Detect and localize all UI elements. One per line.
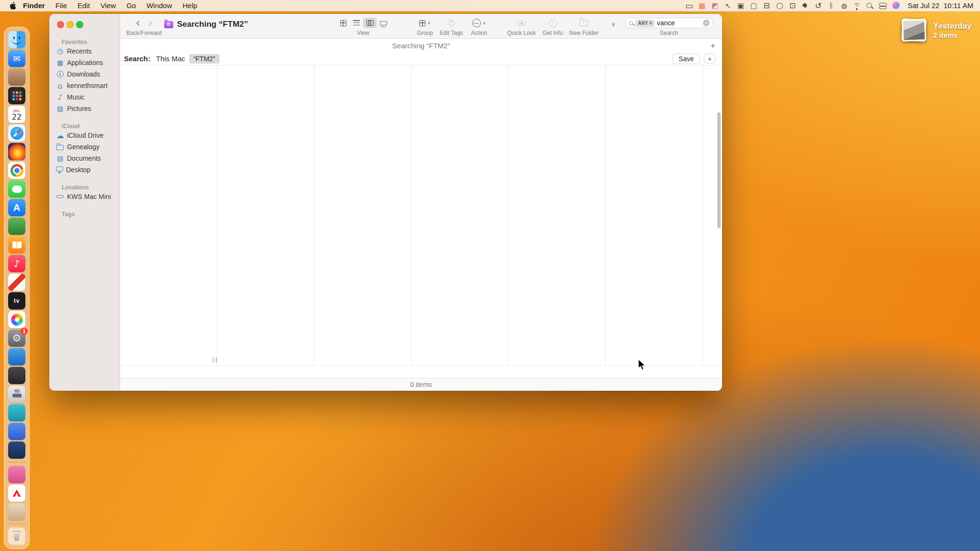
sidebar-item-applications[interactable]: Applications [53, 57, 116, 68]
display-3-status-icon[interactable] [788, 0, 798, 11]
input-source-icon[interactable] [839, 0, 849, 11]
get-info-button[interactable]: Get Info [539, 17, 566, 36]
new-folder-icon [579, 20, 588, 26]
dock-photos[interactable] [8, 311, 25, 328]
dock-app-store[interactable] [8, 199, 25, 216]
app-color-status-icon[interactable] [710, 0, 720, 11]
menu-bar-clock[interactable]: Sat Jul 22 10:11 AM [908, 1, 973, 10]
toolbar-overflow-button[interactable]: ∨ [611, 21, 616, 28]
view-as-icons-button[interactable] [336, 18, 350, 28]
dock-acrobat[interactable] [8, 485, 25, 502]
menu-view[interactable]: View [95, 1, 121, 10]
dock-books[interactable] [8, 236, 25, 253]
sidebar-item-downloads[interactable]: Downloads [53, 68, 116, 80]
menu-help[interactable]: Help [178, 1, 203, 10]
clear-search-button[interactable] [703, 20, 710, 26]
dock-app-blue[interactable] [8, 348, 25, 365]
siri-icon[interactable] [891, 0, 901, 11]
search-scope-dropdown[interactable]: ANY [635, 20, 655, 27]
back-button[interactable]: ‹ [135, 17, 140, 29]
sidebar-item-kennethsmart[interactable]: kennethsmart [53, 80, 116, 91]
apple-menu[interactable] [10, 2, 16, 10]
focus-status-icon[interactable] [775, 0, 785, 11]
dock-app-navy[interactable] [8, 441, 25, 459]
control-center-icon[interactable] [878, 0, 888, 11]
menu-app-finder[interactable]: Finder [18, 1, 50, 10]
eye-icon [517, 20, 526, 26]
view-as-gallery-button[interactable] [377, 18, 390, 28]
forward-button[interactable]: › [148, 17, 153, 29]
dock-app-blue-2[interactable] [8, 423, 25, 440]
new-folder-button[interactable]: New Folder [567, 17, 601, 36]
display-status-icon[interactable] [684, 0, 694, 11]
toolbar: ‹ › Back/Forward Searching “FTM2” View [120, 14, 722, 39]
save-search-button[interactable]: Save [672, 54, 700, 64]
add-tab-button[interactable]: + [711, 42, 715, 50]
display-2-status-icon[interactable] [762, 0, 772, 11]
sidebar-item-recents[interactable]: Recents [53, 45, 116, 57]
chevron-down-icon: ∨ [611, 21, 616, 28]
dock-app-tan[interactable] [8, 503, 25, 520]
sidebar-item-music[interactable]: Music [53, 91, 116, 103]
sidebar-item-desktop[interactable]: Desktop [53, 164, 116, 176]
app-orange-status-icon[interactable] [697, 0, 707, 11]
sidebar-item-genealogy[interactable]: Genealogy [53, 141, 116, 153]
dock-separator [7, 524, 26, 524]
zoom-button[interactable] [76, 21, 83, 28]
volume-icon[interactable] [801, 0, 811, 11]
dock-app-pink[interactable] [8, 466, 25, 483]
scope-this-mac-button[interactable]: This Mac [156, 55, 185, 63]
scope-ftm2-token[interactable]: “FTM2” [189, 54, 220, 64]
dock-music[interactable] [8, 255, 25, 272]
search-input[interactable] [657, 19, 701, 27]
sidebar-item-documents[interactable]: Documents [53, 153, 116, 164]
dock-app-dark[interactable] [8, 367, 25, 384]
pointer-status-icon[interactable] [723, 0, 733, 11]
sidebar-section-favorites: Favorites [53, 38, 116, 45]
column-4 [412, 66, 509, 365]
menu-edit[interactable]: Edit [72, 1, 95, 10]
menu-file[interactable]: File [50, 1, 72, 10]
copy-status-icon[interactable] [736, 0, 746, 11]
sidebar-item-pictures[interactable]: Pictures [53, 103, 116, 114]
wifi-icon[interactable] [852, 0, 862, 11]
dock-apple-tv[interactable] [8, 292, 25, 309]
vertical-scrollbar[interactable] [717, 112, 721, 228]
dock-app-brown[interactable] [8, 68, 25, 86]
add-criteria-button[interactable]: + [704, 54, 715, 64]
column-resize-handle[interactable] [213, 357, 217, 363]
menu-go[interactable]: Go [121, 1, 141, 10]
minimize-button[interactable] [67, 21, 74, 28]
dock-mail[interactable] [8, 50, 25, 67]
edit-tags-button[interactable]: Edit Tags [438, 17, 465, 36]
action-button[interactable]: ∨ Action [466, 17, 492, 36]
close-button[interactable] [57, 21, 64, 28]
view-as-list-button[interactable] [350, 18, 363, 28]
search-field[interactable]: ANY [625, 18, 713, 28]
dock-app-teal[interactable] [8, 404, 25, 421]
dock-app-red[interactable] [8, 274, 25, 291]
dock-launchpad[interactable] [8, 87, 25, 104]
window-status-icon[interactable] [749, 0, 759, 11]
dock-printer[interactable] [8, 386, 25, 403]
sidebar-item-icloud-drive[interactable]: iCloud Drive [53, 130, 116, 141]
dock-firefox[interactable] [8, 143, 25, 160]
dock-chrome[interactable] [8, 162, 25, 179]
dock-app-green[interactable] [8, 218, 25, 235]
view-label: View [357, 30, 369, 36]
quick-look-button[interactable]: Quick Look [507, 17, 536, 36]
sidebar-item-kws-mac-mini[interactable]: KWS Mac Mini [53, 191, 116, 202]
dock-safari[interactable] [8, 124, 25, 142]
view-as-columns-button[interactable] [363, 18, 377, 28]
time-machine-icon[interactable] [813, 0, 824, 11]
spotlight-icon[interactable] [865, 0, 875, 11]
dock-system-settings[interactable]: 1 [8, 330, 25, 347]
dock-messages[interactable] [8, 180, 25, 198]
menu-window[interactable]: Window [141, 1, 177, 10]
bluetooth-icon[interactable] [826, 0, 836, 11]
dock-calendar[interactable]: JUL 22 [8, 106, 25, 123]
group-button[interactable]: ∨ Group [413, 17, 436, 36]
dock-finder[interactable] [8, 31, 25, 48]
dock-trash[interactable] [8, 528, 25, 545]
photos-widget[interactable]: Yesterday 2 items [902, 19, 971, 41]
